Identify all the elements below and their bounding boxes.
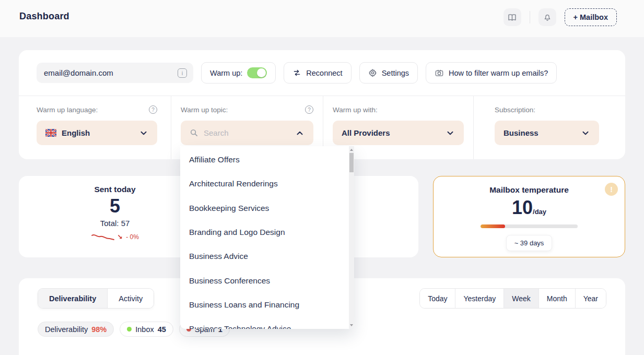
temperature-progress-fill <box>481 224 505 228</box>
deliverability-percent: 98% <box>91 325 107 334</box>
days-remaining-chip[interactable]: ~ 39 days <box>506 235 553 251</box>
settings-button[interactable]: Settings <box>359 62 418 84</box>
warmup-label: Warm up: <box>210 69 242 77</box>
temperature-progress-track <box>481 224 578 228</box>
provider-label: Warm up with: <box>333 106 378 114</box>
scrollbar-thumb[interactable] <box>349 153 354 172</box>
sent-today-value: 5 <box>110 195 120 217</box>
range-today[interactable]: Today <box>420 289 455 308</box>
range-year[interactable]: Year <box>575 289 606 308</box>
subscription-select[interactable]: Business <box>495 121 599 145</box>
language-label: Warm up language: <box>37 106 98 114</box>
topic-option[interactable]: Architectural Renderings <box>180 172 354 196</box>
dashboard-page: Dashboard + Mailbox <box>0 0 644 355</box>
mailbox-toolbar: i Warm up: Reconnect <box>19 50 625 96</box>
email-field[interactable] <box>44 68 178 77</box>
search-icon <box>190 128 198 137</box>
chevron-up-icon <box>295 128 305 138</box>
temperature-value-row: 10/day <box>512 196 546 219</box>
top-header: Dashboard + Mailbox <box>0 0 644 37</box>
range-month[interactable]: Month <box>538 289 575 308</box>
book-icon <box>507 13 517 22</box>
temperature-title: Mailbox temperature <box>489 185 569 195</box>
scroll-up-icon[interactable] <box>350 149 353 151</box>
bell-icon <box>543 13 552 22</box>
warmup-toggle[interactable] <box>247 67 267 78</box>
reconnect-button[interactable]: Reconnect <box>284 62 351 84</box>
gear-icon <box>368 68 377 77</box>
info-icon[interactable]: i <box>178 68 187 78</box>
sent-today-title: Sent today <box>94 185 135 194</box>
subscription-value: Business <box>504 128 538 137</box>
topic-search-select[interactable]: Search <box>181 121 313 145</box>
topic-option[interactable]: Business Conferences <box>180 268 354 292</box>
filter-language: Warm up language: ? <box>19 96 171 159</box>
toggle-knob <box>257 68 266 77</box>
topic-option[interactable]: Branding and Logo Design <box>180 220 354 244</box>
provider-select[interactable]: All Providers <box>333 121 464 145</box>
sent-today-trend: - 0% <box>91 232 139 242</box>
temperature-unit: /day <box>533 208 546 216</box>
topic-label: Warm up topic: <box>181 106 228 114</box>
dropdown-scrollbar[interactable] <box>349 146 354 329</box>
sparkline-chart <box>91 232 115 242</box>
topic-option[interactable]: Business Loans and Financing <box>180 293 354 317</box>
exclamation-icon[interactable]: ! <box>605 183 618 196</box>
inbox-count: 45 <box>158 325 166 334</box>
warmup-toggle-group: Warm up: <box>201 62 276 84</box>
sync-icon <box>292 68 301 77</box>
notifications-button[interactable] <box>538 8 556 26</box>
deliverability-tabs: Deliverability Activity <box>38 288 154 309</box>
topic-option[interactable]: Bookkeeping Services <box>180 196 354 220</box>
green-dot-icon <box>127 327 132 332</box>
deliverability-badge[interactable]: Deliverability 98% <box>38 322 114 337</box>
topic-search-placeholder[interactable]: Search <box>204 128 229 137</box>
topic-option[interactable]: Business Advice <box>180 244 354 268</box>
help-circle-icon[interactable]: ? <box>149 105 157 114</box>
tab-deliverability[interactable]: Deliverability <box>38 289 108 308</box>
add-mailbox-button[interactable]: + Mailbox <box>565 8 617 26</box>
howto-filter-button[interactable]: How to filter warm up emails? <box>426 62 557 84</box>
trend-label: - 0% <box>126 233 139 241</box>
tab-activity[interactable]: Activity <box>108 289 154 308</box>
topic-option[interactable]: Affiliate Offers <box>180 148 354 172</box>
uk-flag-icon <box>45 129 56 137</box>
topic-list: Affiliate Offers Architectural Rendering… <box>180 146 354 329</box>
chevron-down-icon <box>446 128 455 138</box>
page-title: Dashboard <box>19 11 69 22</box>
chevron-down-icon <box>581 128 590 138</box>
help-circle-icon[interactable]: ? <box>305 105 313 114</box>
provider-value: All Providers <box>342 128 390 137</box>
header-actions: + Mailbox <box>504 8 617 26</box>
inbox-badge[interactable]: Inbox 45 <box>120 322 173 337</box>
language-value: English <box>62 128 90 137</box>
topic-dropdown-panel: Affiliate Offers Architectural Rendering… <box>180 146 354 329</box>
mailbox-temperature-card: ! Mailbox temperature 10/day ~ 39 days <box>433 176 625 257</box>
header-divider <box>530 11 530 23</box>
mailbox-settings-card: i Warm up: Reconnect <box>19 50 625 159</box>
trend-down-icon <box>118 234 123 240</box>
video-camera-icon <box>435 68 444 78</box>
docs-button[interactable] <box>504 8 521 26</box>
range-filter-group: Today Yesterday Week Month Year <box>419 288 606 309</box>
temperature-value: 10 <box>512 197 533 219</box>
language-select[interactable]: English <box>37 121 157 145</box>
range-week[interactable]: Week <box>504 289 538 308</box>
filter-subscription: Subscription: Business <box>473 96 625 159</box>
subscription-label: Subscription: <box>495 106 535 114</box>
range-yesterday[interactable]: Yesterday <box>455 289 504 308</box>
topic-option[interactable]: Business Technology Advice <box>180 317 354 329</box>
scroll-down-icon[interactable] <box>350 324 353 326</box>
sent-today-total: Total: 57 <box>100 219 130 228</box>
chevron-down-icon <box>139 128 148 138</box>
email-field-wrap: i <box>37 63 193 83</box>
